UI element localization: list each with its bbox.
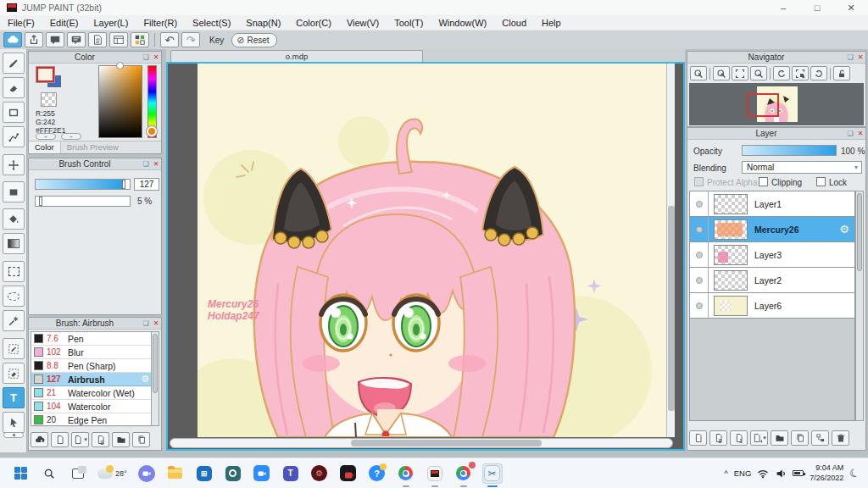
brush-tool[interactable] xyxy=(3,53,25,74)
merge-layer-button[interactable] xyxy=(811,430,829,446)
select-tool[interactable] xyxy=(3,261,25,282)
brush-row-watercolor-wet[interactable]: 21Watercolor (Wet) xyxy=(31,386,152,400)
move-tool[interactable] xyxy=(3,154,25,175)
text-tool[interactable]: T xyxy=(3,387,25,408)
popout-icon[interactable]: ❏ xyxy=(845,130,855,137)
duplicate-layer-button[interactable] xyxy=(791,430,809,446)
new-1bit-layer-button[interactable]: 1 xyxy=(730,430,748,446)
palette-button-right[interactable]: + xyxy=(61,133,81,140)
brush-folder-button[interactable] xyxy=(112,432,130,447)
panel-layout-button[interactable] xyxy=(109,32,128,47)
add-brush-button[interactable] xyxy=(51,432,69,447)
comment-button[interactable] xyxy=(46,32,64,47)
tray-clock[interactable]: 9:04 AM 7/26/2022 xyxy=(810,463,843,483)
zoom-app-icon[interactable] xyxy=(252,463,272,484)
chrome-profile-icon[interactable] xyxy=(453,463,474,484)
tray-chevron-icon[interactable]: ^ xyxy=(724,469,727,478)
brush-row-airbrush[interactable]: 127Airbrush⚙ xyxy=(31,373,152,386)
file-explorer-icon[interactable] xyxy=(165,463,186,484)
polyline-tool[interactable] xyxy=(3,126,25,147)
menu-edit[interactable]: Edit(E) xyxy=(42,18,86,28)
photos-app-icon[interactable] xyxy=(223,463,243,484)
chat-app-icon[interactable] xyxy=(136,463,157,484)
close-panel-icon[interactable]: ✕ xyxy=(151,160,161,168)
grid-button[interactable] xyxy=(131,32,149,47)
select-eraser-tool[interactable] xyxy=(3,363,25,384)
screen-recorder-app-icon[interactable] xyxy=(338,463,359,484)
protect-alpha-checkbox[interactable] xyxy=(694,177,704,186)
menu-cloud[interactable]: Cloud xyxy=(494,18,534,28)
opacity-slider[interactable] xyxy=(742,145,837,156)
brush-list-scrollbar[interactable] xyxy=(151,331,159,426)
layer-row-layer1[interactable]: Layer1 xyxy=(690,191,854,217)
tab-brush-preview[interactable]: Brush Preview xyxy=(61,141,125,153)
delete-layer-button[interactable] xyxy=(832,430,849,446)
taskbar-weather[interactable]: 28° xyxy=(97,469,127,479)
menu-snap[interactable]: Snap(N) xyxy=(238,18,288,28)
teams-app-icon[interactable]: T xyxy=(281,463,301,484)
layer-settings-gear-icon[interactable]: ⚙ xyxy=(839,223,849,236)
zoom-out-button[interactable] xyxy=(750,66,767,80)
blending-dropdown[interactable]: Normal▾ xyxy=(742,161,862,174)
download-brush-button[interactable] xyxy=(31,432,48,447)
clipping-checkbox[interactable] xyxy=(759,177,768,186)
brush-settings-gear-icon[interactable]: ⚙ xyxy=(141,374,149,385)
lasso-select-tool[interactable] xyxy=(3,286,25,307)
canvas-horizontal-scrollbar[interactable] xyxy=(170,438,673,448)
close-panel-icon[interactable]: ✕ xyxy=(855,53,865,61)
eraser-tool[interactable] xyxy=(3,77,25,98)
rotate-left-button[interactable] xyxy=(773,66,790,80)
layer-visibility-toggle[interactable] xyxy=(690,293,709,318)
brush-opacity-slider[interactable] xyxy=(35,196,131,207)
add-brush-menu-button[interactable]: ▾ xyxy=(71,432,89,447)
microsoft-store-icon[interactable]: ⊞ xyxy=(194,463,214,484)
minimize-button[interactable]: – xyxy=(766,0,800,15)
focus-assist-moon-icon[interactable]: ☾ xyxy=(848,465,861,480)
foreground-color-swatch[interactable] xyxy=(36,67,54,82)
menu-filter[interactable]: Filter(R) xyxy=(136,18,185,28)
duplicate-brush-button[interactable] xyxy=(132,432,150,447)
tool-mini-slider[interactable] xyxy=(3,432,24,438)
speaker-icon[interactable] xyxy=(775,468,787,480)
brush-size-value[interactable]: 127 xyxy=(134,178,159,191)
popout-icon[interactable]: ❏ xyxy=(141,160,151,168)
layer-row-layer6[interactable]: Layer6 xyxy=(690,293,854,319)
canvas-vertical-scrollbar[interactable] xyxy=(666,64,675,437)
popout-icon[interactable]: ❏ xyxy=(141,53,151,61)
brush-row-edge-pen[interactable]: 20Edge Pen xyxy=(31,413,152,427)
settings-dark-app-icon[interactable]: ⚙ xyxy=(309,463,330,484)
brush-row-pen[interactable]: 7.6Pen xyxy=(31,332,152,346)
brush-size-slider[interactable] xyxy=(35,179,131,190)
taskbar-search-icon[interactable] xyxy=(39,463,59,484)
menu-tool[interactable]: Tool(T) xyxy=(387,18,431,28)
fit-screen-button[interactable] xyxy=(732,66,748,80)
snipping-tool-icon[interactable]: ✂ xyxy=(482,463,503,484)
close-panel-icon[interactable]: ✕ xyxy=(151,319,161,327)
start-button[interactable] xyxy=(10,463,31,484)
jump-paint-taskbar-icon[interactable] xyxy=(425,463,445,484)
fill-tool[interactable] xyxy=(3,181,25,202)
canvas-document[interactable]: Mercury26 Holdap247 xyxy=(198,64,675,437)
cloud-button[interactable] xyxy=(3,32,22,47)
menu-window[interactable]: Window(W) xyxy=(431,18,494,28)
new-layer-button[interactable] xyxy=(689,430,707,446)
close-button[interactable]: ✕ xyxy=(834,0,868,15)
operation-tool[interactable] xyxy=(3,412,25,433)
popout-icon[interactable]: ❏ xyxy=(845,53,855,61)
close-panel-icon[interactable]: ✕ xyxy=(151,53,161,61)
layer-visibility-toggle[interactable] xyxy=(690,191,709,216)
magic-wand-tool[interactable] xyxy=(3,310,25,331)
transparent-color-swatch[interactable] xyxy=(41,92,57,107)
palette-button-left[interactable]: + xyxy=(36,133,56,140)
saturation-value-picker[interactable] xyxy=(98,65,142,138)
rotate-right-button[interactable] xyxy=(810,66,827,80)
language-indicator[interactable]: ENG xyxy=(734,469,752,478)
document-button[interactable] xyxy=(88,32,107,47)
bucket-tool[interactable] xyxy=(3,208,25,230)
lock-button[interactable] xyxy=(833,66,850,80)
hue-cursor[interactable] xyxy=(147,126,157,136)
chrome-icon[interactable] xyxy=(396,463,416,484)
menu-color[interactable]: Color(C) xyxy=(288,18,339,28)
navigator-view[interactable] xyxy=(689,83,864,125)
sv-cursor[interactable] xyxy=(116,62,124,69)
